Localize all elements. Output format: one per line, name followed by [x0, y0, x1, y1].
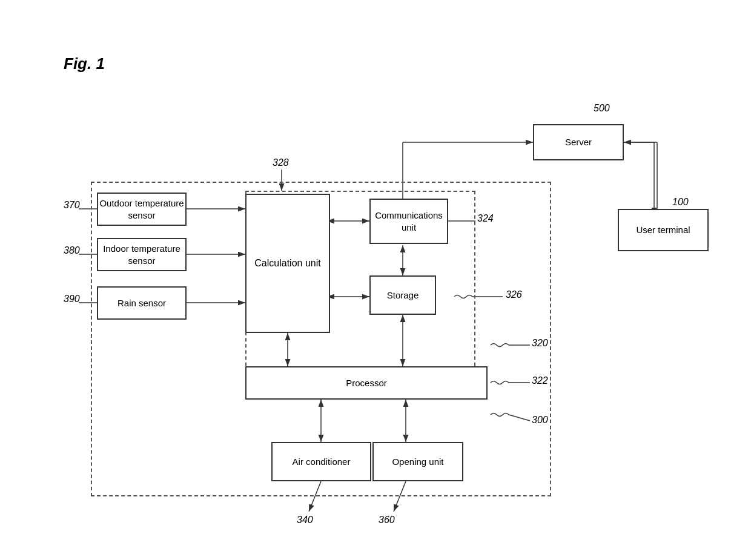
- ref-500: 500: [594, 103, 610, 114]
- indoor-sensor-box: Indoor temperature sensor: [97, 238, 187, 271]
- ref-360: 360: [379, 515, 395, 525]
- ref-340: 340: [297, 515, 313, 525]
- server-box: Server: [533, 124, 624, 160]
- communications-unit-box: Communications unit: [369, 199, 448, 244]
- ref-326: 326: [506, 289, 522, 300]
- rain-sensor-box: Rain sensor: [97, 286, 187, 320]
- diagram-container: Fig. 1: [30, 36, 721, 545]
- calculation-unit-box: Calculation unit: [245, 194, 330, 333]
- outdoor-sensor-box: Outdoor temperature sensor: [97, 193, 187, 226]
- air-conditioner-box: Air conditioner: [271, 442, 371, 481]
- ref-324: 324: [477, 213, 494, 224]
- ref-300: 300: [532, 415, 548, 426]
- processor-box: Processor: [245, 366, 488, 400]
- ref-370: 370: [64, 200, 80, 211]
- ref-100: 100: [672, 197, 689, 208]
- storage-box: Storage: [369, 275, 436, 315]
- ref-380: 380: [64, 245, 80, 256]
- user-terminal-box: User terminal: [618, 209, 709, 251]
- figure-title: Fig. 1: [64, 54, 105, 73]
- ref-328: 328: [273, 157, 289, 168]
- ref-390: 390: [64, 294, 80, 305]
- opening-unit-box: Opening unit: [372, 442, 463, 481]
- ref-320: 320: [532, 338, 548, 349]
- ref-322: 322: [532, 375, 548, 386]
